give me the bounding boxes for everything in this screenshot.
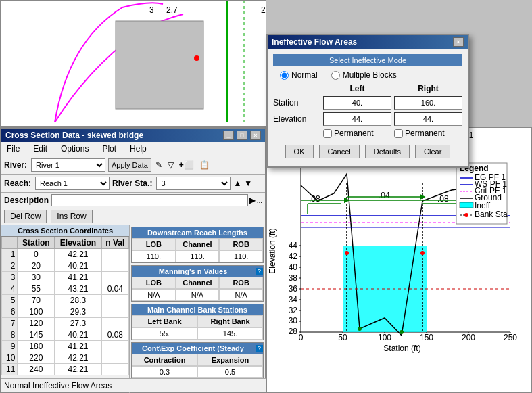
table-row[interactable]: 3 30 41.21 — [2, 272, 129, 283]
elevation-right-input[interactable] — [394, 112, 462, 126]
cell-station[interactable]: 30 — [18, 272, 55, 283]
radio-normal[interactable]: Normal — [280, 70, 318, 80]
cont-exp-help[interactable]: ? — [256, 345, 263, 352]
radio-multiple-input[interactable] — [331, 71, 340, 80]
menu-options[interactable]: Options — [58, 143, 91, 154]
table-row[interactable]: 7 120 27.3 — [2, 318, 129, 329]
cell-station[interactable]: 180 — [18, 341, 55, 352]
permanent-right-cb[interactable] — [394, 129, 403, 138]
cell-elevation[interactable]: 42.21 — [55, 249, 101, 260]
dialog-close-btn[interactable]: × — [453, 37, 464, 47]
reach-val-channel[interactable]: 110. — [176, 250, 220, 262]
bank-val-left[interactable]: 55. — [132, 327, 197, 340]
cell-station[interactable]: 240 — [18, 364, 55, 375]
menu-help[interactable]: Help — [127, 143, 149, 154]
table-row[interactable]: 11 240 42.21 — [2, 364, 129, 375]
cell-station[interactable]: 120 — [18, 318, 55, 329]
bank-val-right[interactable]: 145. — [197, 327, 263, 340]
downstream-reach-header: Downstream Reach Lengths — [132, 227, 263, 238]
station-left-input[interactable] — [323, 96, 391, 110]
sta-down-btn[interactable]: ▼ — [244, 179, 252, 188]
cell-elevation[interactable]: 28.3 — [55, 295, 101, 306]
cell-elevation[interactable]: 41.21 — [55, 341, 101, 352]
sta-up-btn[interactable]: ▲ — [233, 179, 241, 188]
svg-point-62 — [464, 213, 468, 217]
table-row[interactable]: 4 55 43.21 0.04 — [2, 283, 129, 295]
apply-data-button[interactable]: Apply Data — [108, 158, 151, 172]
more-btn[interactable]: ... — [257, 197, 262, 204]
cell-station[interactable]: 0 — [18, 249, 55, 260]
radio-multiple[interactable]: Multiple Blocks — [331, 70, 397, 80]
radio-normal-input[interactable] — [280, 71, 289, 80]
cell-elevation[interactable]: 40.21 — [55, 329, 101, 341]
table-row[interactable]: 2 20 40.21 — [2, 260, 129, 272]
del-row-button[interactable]: Del Row — [4, 210, 47, 223]
reach-val-rob[interactable]: 110. — [219, 250, 263, 262]
mann-val-lob[interactable]: N/A — [132, 289, 176, 301]
cell-nval[interactable] — [101, 352, 128, 364]
permanent-left[interactable]: Permanent — [323, 129, 391, 138]
cell-elevation[interactable]: 43.21 — [55, 283, 101, 295]
close-btn[interactable]: × — [250, 131, 261, 140]
menu-edit[interactable]: Edit — [30, 143, 50, 154]
permanent-left-cb[interactable] — [323, 129, 332, 138]
station-right-input[interactable] — [394, 96, 462, 110]
row-num: 2 — [2, 260, 18, 272]
mann-val-rob[interactable]: N/A — [219, 289, 263, 301]
table-row[interactable]: 1 0 42.21 — [2, 249, 129, 260]
cell-station[interactable]: 55 — [18, 283, 55, 295]
cell-elevation[interactable]: 40.21 — [55, 260, 101, 272]
defaults-button[interactable]: Defaults — [365, 145, 410, 158]
cancel-button[interactable]: Cancel — [319, 145, 360, 158]
permanent-right[interactable]: Permanent — [394, 129, 462, 138]
cell-station[interactable]: 145 — [18, 329, 55, 341]
maximize-btn[interactable]: □ — [237, 131, 247, 140]
desc-input[interactable] — [51, 194, 248, 206]
toolbar-icon-2[interactable]: ▽ — [166, 160, 175, 170]
cell-station[interactable]: 20 — [18, 260, 55, 272]
minimize-btn[interactable]: _ — [223, 131, 234, 140]
cell-nval[interactable]: 0.08 — [101, 329, 128, 341]
cell-station[interactable]: 70 — [18, 295, 55, 306]
mannings-help[interactable]: ? — [256, 268, 263, 275]
menu-plot[interactable]: Plot — [99, 143, 119, 154]
ins-row-button[interactable]: Ins Row — [51, 210, 92, 223]
sta-select[interactable]: 3 — [156, 177, 231, 190]
cell-nval[interactable] — [101, 249, 128, 260]
ok-button[interactable]: OK — [285, 145, 314, 158]
cell-nval[interactable] — [101, 295, 128, 306]
cell-nval[interactable] — [101, 272, 128, 283]
cell-nval[interactable] — [101, 318, 128, 329]
cont-val-contract[interactable]: 0.3 — [132, 366, 197, 378]
cell-station[interactable]: 220 — [18, 352, 55, 364]
mann-val-channel[interactable]: N/A — [176, 289, 220, 301]
cell-elevation[interactable]: 27.3 — [55, 318, 101, 329]
cell-station[interactable]: 100 — [18, 306, 55, 318]
menu-file[interactable]: File — [4, 143, 22, 154]
cell-elevation[interactable]: 29.3 — [55, 306, 101, 318]
river-select[interactable]: River 1 — [31, 158, 105, 172]
table-row[interactable]: 10 220 42.21 — [2, 352, 129, 364]
table-row[interactable]: 9 180 41.21 — [2, 341, 129, 352]
cell-elevation[interactable]: 42.21 — [55, 364, 101, 375]
elevation-left-input[interactable] — [323, 112, 391, 126]
cell-nval[interactable] — [101, 306, 128, 318]
cell-nval[interactable] — [101, 260, 128, 272]
cell-elevation[interactable]: 42.21 — [55, 352, 101, 364]
cell-nval[interactable] — [101, 341, 128, 352]
cell-elevation[interactable]: 41.21 — [55, 272, 101, 283]
reach-select[interactable]: Reach 1 — [35, 177, 110, 190]
cell-nval[interactable] — [101, 364, 128, 375]
toolbar-icon-1[interactable]: ✎ — [154, 160, 164, 170]
cell-nval[interactable]: 0.04 — [101, 283, 128, 295]
table-row[interactable]: 5 70 28.3 — [2, 295, 129, 306]
scroll-right-btn[interactable]: ▶ — [249, 195, 256, 205]
table-row[interactable]: 8 145 40.21 0.08 — [2, 329, 129, 341]
downstream-reach-panel: Downstream Reach Lengths LOB Channel ROB… — [131, 227, 264, 263]
reach-val-lob[interactable]: 110. — [132, 250, 176, 262]
table-row[interactable]: 6 100 29.3 — [2, 306, 129, 318]
toolbar-icon-3[interactable]: 📋 — [198, 160, 211, 170]
clear-button[interactable]: Clear — [415, 145, 450, 158]
toolbar-icon-add[interactable]: +⬜ — [178, 160, 195, 170]
cont-val-expand[interactable]: 0.5 — [197, 366, 263, 378]
